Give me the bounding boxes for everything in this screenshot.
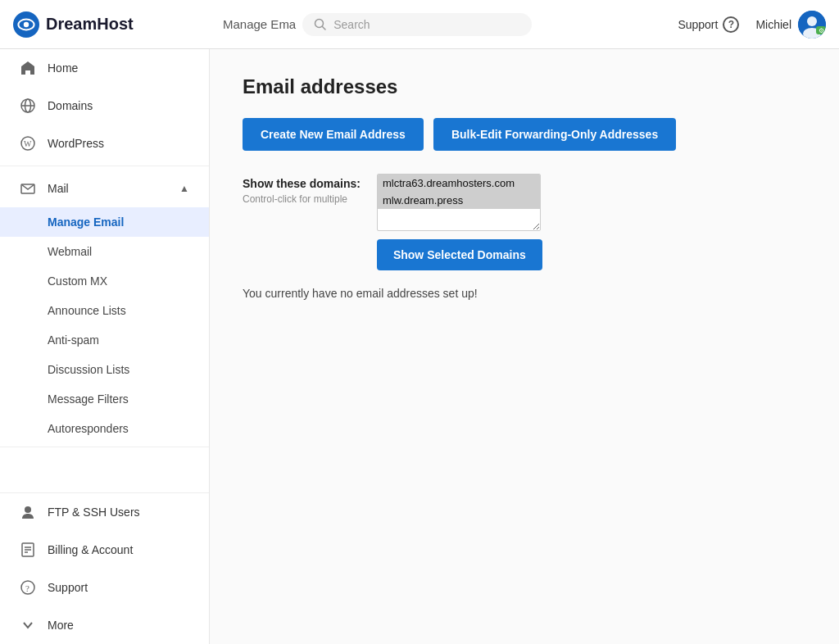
domain-label-area: Show these domains: Control-click for mu… (243, 174, 361, 205)
manage-email-label: Manage Email (48, 215, 124, 229)
domain-select-area: mlctra63.dreamhosters.com mlw.dream.pres… (377, 174, 542, 270)
create-email-button[interactable]: Create New Email Address (243, 118, 424, 151)
svg-text:W: W (24, 139, 32, 148)
globe-icon (20, 98, 36, 114)
bulk-edit-button[interactable]: Bulk-Edit Forwarding-Only Addresses (433, 118, 676, 151)
layout: Home Domains W WordPress Mail ▲ Manage (0, 49, 839, 644)
user-menu[interactable]: Michiel ⚙ (755, 11, 826, 39)
avatar: ⚙ (798, 11, 826, 39)
action-buttons: Create New Email Address Bulk-Edit Forwa… (243, 118, 806, 151)
sidebar: Home Domains W WordPress Mail ▲ Manage (0, 49, 210, 644)
svg-text:⚙: ⚙ (819, 27, 824, 34)
anti-spam-label: Anti-spam (48, 333, 99, 347)
sidebar-item-anti-spam[interactable]: Anti-spam (0, 325, 209, 355)
ftp-ssh-label: FTP & SSH Users (48, 506, 140, 519)
sidebar-item-manage-email[interactable]: Manage Email (0, 207, 209, 237)
svg-text:?: ? (25, 583, 29, 593)
svg-point-16 (25, 506, 31, 513)
sidebar-bottom: FTP & SSH Users Billing & Account ? Supp… (0, 492, 209, 644)
chevron-down-icon (20, 617, 36, 633)
sidebar-item-webmail[interactable]: Webmail (0, 237, 209, 266)
avatar-icon: ⚙ (798, 11, 826, 39)
mail-icon (20, 180, 36, 197)
empty-state: You currently have no email addresses se… (243, 287, 806, 300)
domain-option-2[interactable]: mlw.dream.press (378, 192, 540, 209)
domain-filter: Show these domains: Control-click for mu… (243, 174, 806, 270)
support-button[interactable]: Support ? (678, 16, 739, 33)
sidebar-item-announce-lists[interactable]: Announce Lists (0, 296, 209, 325)
mail-sub-items: Manage Email Webmail Custom MX Announce … (0, 207, 209, 443)
logo-area: DreamHost (13, 11, 210, 38)
sidebar-divider-2 (0, 447, 209, 447)
sidebar-item-home[interactable]: Home (0, 49, 209, 87)
sidebar-item-wordpress-label: WordPress (48, 137, 104, 150)
sidebar-item-home-label: Home (48, 61, 78, 75)
dreamhost-logo-icon (13, 11, 39, 38)
logo-text: DreamHost (46, 15, 134, 34)
help-circle-icon: ? (20, 579, 36, 596)
support-nav-label: Support (48, 581, 88, 594)
sidebar-item-domains[interactable]: Domains (0, 87, 209, 125)
sidebar-item-mail[interactable]: Mail ▲ (0, 170, 209, 207)
svg-point-2 (24, 21, 29, 26)
svg-point-6 (807, 16, 817, 26)
sidebar-divider-1 (0, 166, 209, 166)
sidebar-item-billing[interactable]: Billing & Account (0, 531, 209, 569)
sidebar-item-custom-mx[interactable]: Custom MX (0, 266, 209, 296)
sidebar-item-ftp-ssh[interactable]: FTP & SSH Users (0, 493, 209, 531)
autoresponders-label: Autoresponders (48, 422, 129, 435)
sidebar-item-autoresponders[interactable]: Autoresponders (0, 414, 209, 443)
custom-mx-label: Custom MX (48, 274, 107, 288)
sidebar-mail-label: Mail (48, 182, 69, 195)
sidebar-item-wordpress[interactable]: W WordPress (0, 125, 209, 162)
announce-lists-label: Announce Lists (48, 304, 126, 317)
more-label: More (48, 619, 74, 632)
message-filters-label: Message Filters (48, 392, 129, 406)
sidebar-item-more[interactable]: More (0, 606, 209, 644)
support-help-icon: ? (723, 16, 739, 33)
billing-label: Billing & Account (48, 543, 133, 556)
domain-filter-hint: Control-click for multiple (243, 193, 361, 205)
sidebar-item-support[interactable]: ? Support (0, 569, 209, 606)
user-name: Michiel (755, 18, 791, 31)
chevron-up-icon: ▲ (179, 183, 189, 194)
main-content: Email addresses Create New Email Address… (210, 49, 839, 644)
domain-option-1[interactable]: mlctra63.dreamhosters.com (378, 175, 540, 192)
home-icon (20, 60, 36, 76)
page-heading: Email addresses (243, 75, 806, 98)
topbar-right: Support ? Michiel ⚙ (678, 11, 826, 39)
domain-listbox[interactable]: mlctra63.dreamhosters.com mlw.dream.pres… (377, 174, 541, 231)
sidebar-item-message-filters[interactable]: Message Filters (0, 384, 209, 414)
sidebar-item-domains-label: Domains (48, 99, 93, 112)
search-box (302, 13, 532, 36)
search-area: Manage Ema (223, 13, 664, 36)
topbar: DreamHost Manage Ema Support ? Michiel (0, 0, 839, 49)
domain-filter-label: Show these domains: (243, 177, 361, 190)
search-icon (314, 18, 327, 31)
webmail-label: Webmail (48, 245, 92, 258)
wordpress-icon: W (20, 135, 36, 152)
support-label: Support (678, 18, 718, 31)
discussion-lists-label: Discussion Lists (48, 363, 129, 376)
nav-page-title: Manage Ema (223, 17, 296, 31)
receipt-icon (20, 542, 36, 558)
person-icon (20, 504, 36, 520)
svg-line-4 (323, 26, 326, 29)
sidebar-item-discussion-lists[interactable]: Discussion Lists (0, 355, 209, 384)
search-input[interactable] (333, 18, 514, 31)
show-domains-button[interactable]: Show Selected Domains (377, 239, 542, 270)
